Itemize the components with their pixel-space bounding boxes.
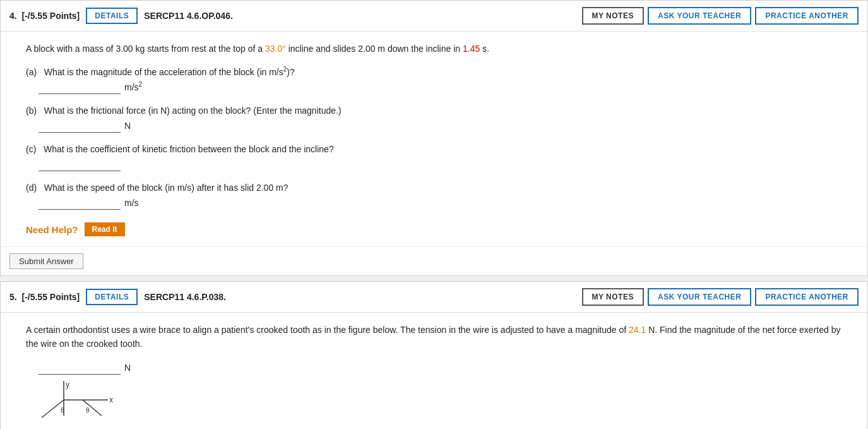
question-4-number: 4. [-/5.55 Points]: [9, 11, 80, 21]
ask-teacher-button-4[interactable]: ASK YOUR TEACHER: [648, 7, 751, 25]
part-5a-input-row: N: [39, 361, 848, 375]
part-d-input-row: m/s: [39, 196, 848, 210]
part-d-label: (d) What is the speed of the block (in m…: [26, 183, 848, 193]
svg-text:θ: θ: [61, 407, 64, 414]
wire-diagram: y x θ θ: [26, 381, 152, 419]
part-5a-input[interactable]: [39, 361, 121, 375]
practice-another-button-5[interactable]: PRACTICE ANOTHER: [755, 288, 859, 306]
question-4: 4. [-/5.55 Points] DETAILS SERCP11 4.6.O…: [0, 0, 868, 276]
submit-row-4: Submit Answer: [1, 246, 867, 275]
part-a-unit: m/s2: [124, 81, 142, 92]
part-c-input-row: [39, 158, 848, 171]
question-4-header: 4. [-/5.55 Points] DETAILS SERCP11 4.6.O…: [1, 1, 867, 32]
part-b-input-row: N: [39, 119, 848, 133]
part-c: (c) What is the coefficient of kinetic f…: [26, 144, 848, 171]
part-c-label: (c) What is the coefficient of kinetic f…: [26, 144, 848, 154]
part-a-label: (a) What is the magnitude of the acceler…: [26, 66, 848, 77]
part-a: (a) What is the magnitude of the acceler…: [26, 66, 848, 94]
my-notes-button-4[interactable]: MY NOTES: [582, 7, 644, 25]
part-b-unit: N: [124, 121, 131, 131]
submit-button-4[interactable]: Submit Answer: [9, 253, 83, 269]
part-b-label: (b) What is the frictional force (in N) …: [26, 106, 848, 116]
diagram-area: y x θ θ: [26, 381, 848, 419]
question-5-header: 5. [-/5.55 Points] DETAILS SERCP11 4.6.P…: [1, 282, 867, 313]
header-actions-5: MY NOTES ASK YOUR TEACHER PRACTICE ANOTH…: [582, 288, 859, 306]
my-notes-button-5[interactable]: MY NOTES: [582, 288, 644, 306]
part-5a-unit: N: [124, 363, 131, 373]
part-a-input[interactable]: [39, 81, 121, 94]
practice-another-button-4[interactable]: PRACTICE ANOTHER: [755, 7, 859, 25]
problem-text-5: A certain orthodontist uses a wire brace…: [26, 323, 848, 351]
svg-text:y: y: [66, 381, 69, 389]
part-d: (d) What is the speed of the block (in m…: [26, 183, 848, 210]
part-b-input[interactable]: [39, 119, 121, 133]
need-help-section: Need Help? Read It: [26, 222, 848, 236]
svg-text:θ: θ: [86, 407, 90, 414]
question-5: 5. [-/5.55 Points] DETAILS SERCP11 4.6.P…: [0, 281, 868, 429]
ask-teacher-button-5[interactable]: ASK YOUR TEACHER: [648, 288, 751, 306]
read-it-button[interactable]: Read It: [85, 222, 125, 236]
question-4-body: A block with a mass of 3.00 kg starts fr…: [1, 32, 867, 246]
details-button-4[interactable]: DETAILS: [86, 8, 138, 24]
part-d-unit: m/s: [124, 198, 139, 208]
header-actions-4: MY NOTES ASK YOUR TEACHER PRACTICE ANOTH…: [582, 7, 859, 25]
part-c-input[interactable]: [39, 158, 121, 171]
highlight-time: 1.45: [463, 44, 480, 54]
problem-id-5: SERCP11 4.6.P.038.: [144, 292, 581, 302]
part-d-input[interactable]: [39, 196, 121, 210]
need-help-text: Need Help?: [26, 224, 78, 235]
question-5-number: 5. [-/5.55 Points]: [9, 292, 80, 302]
problem-id-4: SERCP11 4.6.OP.046.: [144, 11, 581, 21]
highlight-tension: 24.1: [629, 325, 646, 335]
part-a-input-row: m/s2: [39, 81, 848, 94]
problem-text-4: A block with a mass of 3.00 kg starts fr…: [26, 42, 848, 56]
details-button-5[interactable]: DETAILS: [86, 289, 138, 305]
svg-text:x: x: [109, 396, 113, 404]
question-5-body: A certain orthodontist uses a wire brace…: [1, 313, 867, 429]
highlight-angle: 33.0°: [265, 44, 286, 54]
part-b: (b) What is the frictional force (in N) …: [26, 106, 848, 133]
